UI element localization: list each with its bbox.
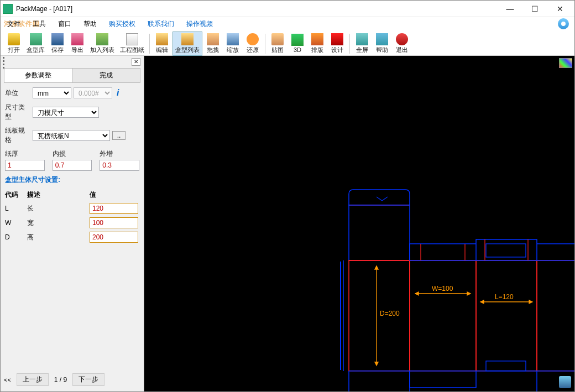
minimize-button[interactable]: — [498,1,522,17]
unit-label: 单位 [5,88,30,98]
app-icon [3,4,13,14]
paste-icon [271,33,284,45]
exit-icon [396,33,408,45]
tab-done[interactable]: 完成 [72,69,140,82]
svg-marker-9 [467,292,471,295]
svg-marker-12 [529,300,532,304]
svg-marker-15 [375,362,378,365]
zoom-icon [227,33,239,45]
boxlib-button[interactable]: 盒型库 [24,32,47,55]
link-contact[interactable]: 联系我们 [145,18,176,30]
section-title: 盒型主体尺寸设置: [5,175,139,185]
paste-button[interactable]: 贴图 [268,32,287,55]
layout-icon [311,33,323,45]
edit-icon [156,33,168,45]
panel-tabs: 参数调整 完成 [4,68,140,83]
design-icon [331,33,343,45]
svg-rect-4 [537,260,574,371]
dim-label-L: L=120 [495,293,514,301]
svg-rect-0 [349,205,410,260]
format-select[interactable]: 0.000# [74,87,112,98]
svg-rect-5 [486,244,526,257]
library-icon [30,33,42,45]
export-button[interactable]: 导出 [68,32,87,55]
board-label: 纸板规格 [5,126,30,145]
undo-icon [247,33,259,45]
dim-row-W: W 宽 [5,217,139,228]
restore-button[interactable]: 还原 [243,32,262,55]
dim-D-input[interactable] [90,232,138,243]
design-button[interactable]: 设计 [328,32,347,55]
document-icon [126,33,138,45]
next-step-button[interactable]: 下一步 [72,373,104,386]
drag-button[interactable]: 拖拽 [203,32,222,55]
add-icon [96,33,108,45]
dim-label-D: D=200 [380,310,400,317]
window-title: PackMage - [A017] [16,5,498,13]
link-video[interactable]: 操作视频 [184,18,215,30]
user-icon[interactable] [558,18,569,29]
boxlist-button[interactable]: 盒型列表 [172,32,202,56]
hand-icon [207,33,219,45]
close-button[interactable]: ✕ [547,1,572,17]
list-icon [181,33,194,45]
sizetype-label: 尺寸类型 [5,103,30,122]
first-page-button[interactable]: << [4,377,11,383]
exit-button[interactable]: 退出 [393,32,411,55]
engdraw-button[interactable]: 工程图纸 [118,32,147,55]
outer-input[interactable] [100,160,139,171]
drawing-canvas[interactable]: W=100 L=120 D=200 [144,56,574,391]
link-buy[interactable]: 购买授权 [107,18,138,30]
svg-marker-14 [375,266,378,269]
menu-file[interactable]: 文件 [5,18,23,30]
dim-label-W: W=100 [432,285,453,292]
inner-label: 内损 [53,149,92,159]
help-button[interactable]: 帮助 [373,32,391,55]
svg-rect-2 [410,260,476,371]
fullscreen-button[interactable]: 全屏 [353,32,372,55]
svg-marker-11 [480,300,484,304]
panel-close-icon[interactable]: ✕ [132,58,140,66]
help-icon [376,33,388,45]
export-icon [71,33,83,45]
sizetype-select[interactable]: 刀模尺寸 [33,107,99,118]
folder-icon [8,33,20,45]
menu-tools[interactable]: 工具 [30,18,48,30]
3d-button[interactable]: 3D [288,33,307,54]
cube-icon [291,34,304,46]
menu-bar: 文件 工具 窗口 帮助 购买授权 联系我们 操作视频 [1,17,574,30]
save-icon [51,33,64,45]
dim-W-input[interactable] [90,217,138,228]
outer-label: 外增 [100,149,139,159]
board-more-button[interactable]: .. [112,131,126,140]
page-indicator: 1 / 9 [54,376,67,384]
unit-select[interactable]: mm [33,87,71,98]
svg-marker-8 [415,292,419,295]
thick-label: 纸厚 [5,149,45,159]
side-panel: ✕ 参数调整 完成 单位 mm 0.000# i 尺寸类型 刀模尺寸 纸板规格 … [1,56,144,391]
menu-help[interactable]: 帮助 [81,18,99,30]
menu-window[interactable]: 窗口 [56,18,74,30]
maximize-button[interactable]: ☐ [522,1,547,17]
tab-params[interactable]: 参数调整 [4,69,72,82]
svg-rect-3 [476,260,537,371]
open-button[interactable]: 打开 [4,32,23,55]
dim-L-input[interactable] [90,203,138,214]
prev-step-button[interactable]: 上一步 [17,373,49,386]
zoom-button[interactable]: 缩放 [223,32,242,55]
toolbar: 打开 盒型库 保存 导出 加入列表 工程图纸 编辑 盒型列表 拖拽 缩放 还原 … [1,30,574,56]
dim-row-D: D 高 [5,232,139,243]
layout-button[interactable]: 排版 [308,32,327,55]
thick-input[interactable] [5,160,45,171]
window-titlebar: PackMage - [A017] — ☐ ✕ [1,1,574,17]
dim-header: 代码 描述 值 [5,188,139,203]
board-select[interactable]: 瓦楞纸板N [33,130,110,141]
save-button[interactable]: 保存 [48,32,67,55]
inner-input[interactable] [53,160,92,171]
svg-rect-1 [349,260,410,371]
info-icon[interactable]: i [117,88,119,98]
addlist-button[interactable]: 加入列表 [88,32,117,55]
edit-button[interactable]: 编辑 [153,32,171,55]
dim-row-L: L 长 [5,203,139,214]
svg-rect-6 [486,361,526,371]
